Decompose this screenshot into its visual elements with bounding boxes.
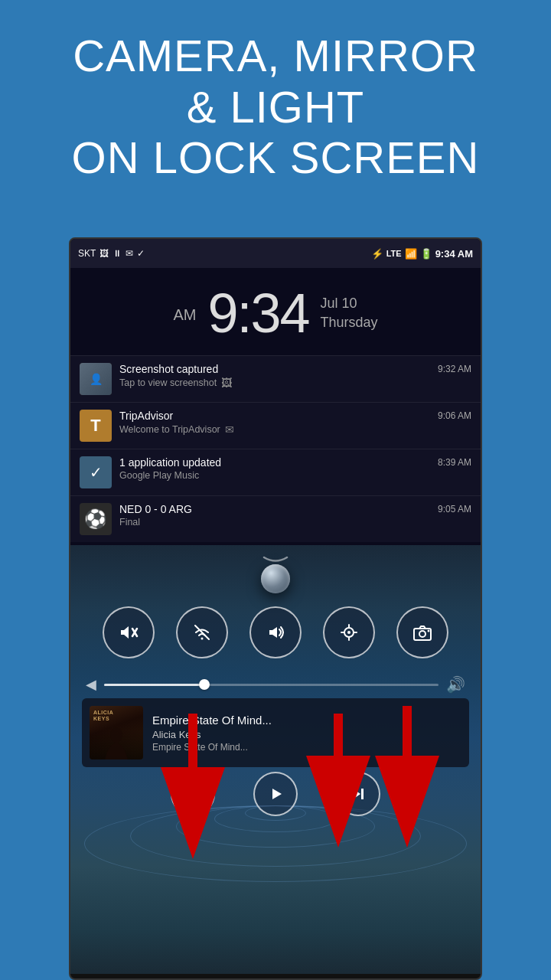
music-controls	[70, 772, 481, 824]
notif-sub-icon-screenshot: 🖼	[221, 377, 232, 389]
pause-icon: ⏸	[112, 248, 122, 259]
notif-sub-tripadvisor: Welcome to TripAdvisor	[119, 424, 220, 435]
time-period: AM	[173, 306, 196, 324]
date-line1: Jul 10	[321, 294, 378, 313]
header-line1: CAMERA, MIRROR	[23, 31, 528, 82]
notification-screenshot[interactable]: 👤 Screenshot captured 9:32 AM Tap to vie…	[70, 355, 481, 402]
notif-content-screenshot: Screenshot captured 9:32 AM Tap to view …	[119, 363, 471, 389]
mute-button[interactable]	[103, 606, 155, 658]
svg-point-11	[428, 630, 430, 632]
status-time: 9:34 AM	[435, 248, 473, 260]
notif-content-appupdate: 1 application updated 8:39 AM Google Pla…	[119, 456, 471, 481]
notif-sub-appupdate: Google Play Music	[119, 470, 199, 481]
date-line2: Thursday	[321, 313, 378, 332]
check-icon: ✓	[137, 248, 145, 259]
svg-marker-16	[353, 789, 360, 799]
notif-time-appupdate: 8:39 AM	[438, 457, 471, 468]
notif-sub-soccer: Final	[119, 517, 140, 528]
notif-title-screenshot: Screenshot captured	[119, 363, 218, 375]
next-button[interactable]	[336, 772, 380, 816]
notif-time-tripadvisor: 9:06 AM	[438, 410, 471, 421]
time-date: Jul 10 Thursday	[321, 294, 378, 332]
music-album: Empire State Of Mind...	[152, 742, 461, 753]
lte-label: LTE	[386, 249, 402, 258]
image-icon: 🖼	[99, 248, 109, 259]
notification-appupdate[interactable]: ✓ 1 application updated 8:39 AM Google P…	[70, 449, 481, 495]
time-clock: 9:34	[207, 282, 308, 345]
header-line2: & LIGHT	[23, 82, 528, 133]
notif-icon-appupdate: ✓	[80, 456, 112, 488]
water-orb	[261, 564, 290, 593]
volume-button[interactable]	[249, 606, 302, 658]
time-display: AM 9:34 Jul 10 Thursday	[70, 268, 481, 355]
music-info: Empire State Of Mind... Alicia Keys Empi…	[152, 714, 461, 753]
volume-thumb[interactable]	[199, 679, 210, 690]
notif-content-soccer: NED 0 - 0 ARG 9:05 AM Final	[119, 503, 471, 528]
notif-time-soccer: 9:05 AM	[438, 504, 471, 514]
svg-point-4	[347, 631, 350, 634]
notif-content-tripadvisor: TripAdvisor 9:06 AM Welcome to TripAdvis…	[119, 410, 471, 436]
play-button[interactable]	[253, 772, 298, 816]
music-song: Empire State Of Mind...	[152, 714, 461, 727]
phone-mockup: SKT 🖼 ⏸ ✉ ✓ ⚡ LTE 📶 🔋 9:34 AM AM 9:34 Ju…	[69, 237, 482, 980]
volume-low-icon: ◀	[86, 676, 96, 693]
signal-icon: 📶	[405, 248, 417, 260]
carrier-label: SKT	[78, 248, 96, 259]
header-text: CAMERA, MIRROR & LIGHT ON LOCK SCREEN	[0, 0, 551, 207]
notif-sub-icon-tripadvisor: ✉	[225, 423, 234, 436]
battery-icon: 🔋	[420, 248, 432, 260]
notification-tripadvisor[interactable]: T TripAdvisor 9:06 AM Welcome to TripAdv…	[70, 402, 481, 449]
volume-slider-row: ◀ 🔊	[86, 675, 465, 694]
status-right: ⚡ LTE 📶 🔋 9:34 AM	[371, 248, 473, 260]
notif-icon-screenshot: 👤	[80, 363, 112, 395]
notif-icon-soccer: ⚽	[80, 503, 112, 535]
svg-point-10	[419, 631, 425, 637]
notification-soccer[interactable]: ⚽ NED 0 - 0 ARG 9:05 AM Final	[70, 495, 481, 542]
notif-title-soccer: NED 0 - 0 ARG	[119, 503, 192, 515]
header-line3: ON LOCK SCREEN	[23, 132, 528, 184]
svg-line-2	[195, 626, 209, 639]
notif-title-appupdate: 1 application updated	[119, 456, 221, 469]
email-icon: ✉	[126, 248, 133, 259]
status-left: SKT 🖼 ⏸ ✉ ✓	[78, 248, 145, 259]
svg-marker-15	[272, 789, 282, 799]
lock-screen-area: ◀ 🔊 ALICIAKEYS Emp	[70, 545, 481, 974]
notif-time-screenshot: 9:32 AM	[438, 364, 471, 374]
svg-rect-17	[361, 789, 364, 799]
volume-fill	[104, 684, 204, 686]
music-card: ALICIAKEYS Empire State Of Mind... Alici…	[82, 698, 469, 767]
notif-title-tripadvisor: TripAdvisor	[119, 410, 173, 422]
music-album-art: ALICIAKEYS	[90, 706, 143, 760]
controls-row	[70, 606, 481, 658]
mirror-button[interactable]	[323, 606, 375, 658]
volume-track[interactable]	[104, 684, 439, 686]
wifi-off-button[interactable]	[176, 606, 228, 658]
notif-icon-tripadvisor: T	[80, 410, 112, 442]
notification-area: AM 9:34 Jul 10 Thursday 👤 Screenshot cap…	[70, 268, 481, 545]
bluetooth-icon: ⚡	[371, 248, 383, 260]
svg-rect-14	[187, 789, 190, 799]
previous-button[interactable]	[171, 772, 215, 816]
svg-point-12	[110, 727, 122, 743]
svg-marker-13	[191, 789, 198, 799]
camera-button[interactable]	[396, 606, 448, 658]
music-artist: Alicia Keys	[152, 729, 461, 740]
status-bar: SKT 🖼 ⏸ ✉ ✓ ⚡ LTE 📶 🔋 9:34 AM	[70, 239, 481, 268]
volume-high-icon: 🔊	[446, 675, 465, 694]
notif-sub-screenshot: Tap to view screenshot	[119, 377, 217, 388]
